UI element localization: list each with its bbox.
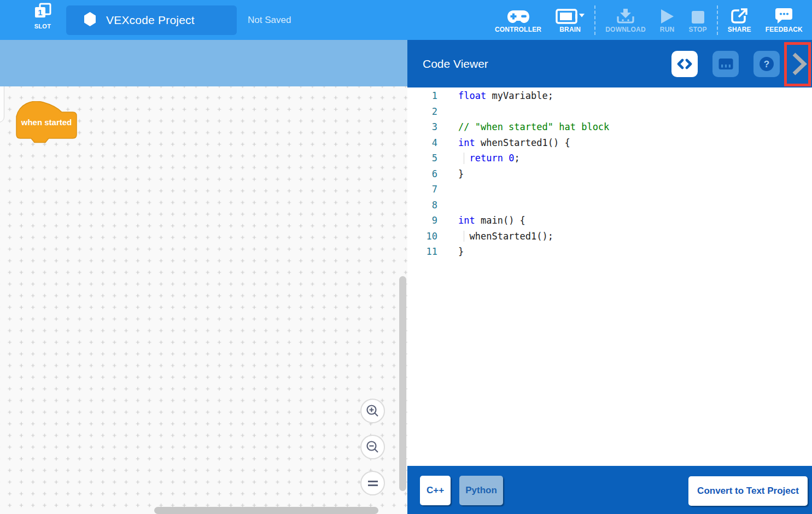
blocks-canvas[interactable]: when started: [0, 86, 407, 514]
zoom-out-button[interactable]: [360, 435, 385, 459]
code-line: 7: [407, 182, 812, 197]
collapse-panel-button[interactable]: [791, 52, 808, 76]
convert-to-text-project-button[interactable]: Convert to Text Project: [688, 476, 808, 506]
line-number: 2: [407, 104, 437, 120]
feedback-icon: [775, 7, 793, 24]
stop-button[interactable]: STOP: [681, 7, 714, 33]
code-text: float myVariable;: [458, 88, 553, 104]
code-line: 9int main() {: [407, 213, 812, 229]
project-name-button[interactable]: VEXcode Project: [66, 5, 237, 35]
line-number: 10: [407, 229, 437, 244]
python-tab[interactable]: Python: [459, 476, 503, 505]
controller-button[interactable]: CONTROLLER: [488, 7, 548, 33]
controller-label: CONTROLLER: [495, 26, 541, 33]
app-header: 1 SLOT VEXcode Project Not Saved CONTROL…: [0, 0, 812, 40]
share-label: SHARE: [728, 26, 751, 33]
code-line: 10 whenStarted1();: [407, 229, 812, 244]
run-label: RUN: [660, 26, 675, 33]
code-line: 11}: [407, 244, 812, 260]
line-number: 11: [407, 244, 437, 260]
chevron-right-icon: [792, 52, 807, 75]
when-started-block[interactable]: when started: [15, 101, 78, 145]
code-editor[interactable]: 1float myVariable;23// "when started" ha…: [407, 87, 812, 466]
slot-icon: 1: [33, 3, 52, 22]
slot-label: SLOT: [34, 23, 51, 30]
help-button[interactable]: ?: [753, 51, 780, 77]
toolbar-separator: [594, 5, 595, 35]
code-viewer-panel: Code Viewer ?: [407, 40, 812, 514]
code-view-toggle-button[interactable]: [671, 51, 698, 77]
zoom-in-icon: [366, 404, 380, 418]
code-text: whenStarted1();: [458, 229, 553, 244]
controller-icon: [507, 7, 529, 24]
save-status: Not Saved: [248, 0, 291, 40]
code-line: 1float myVariable;: [407, 88, 812, 104]
code-viewer-header: Code Viewer ?: [407, 40, 812, 87]
line-number: 4: [407, 135, 437, 151]
download-icon: [616, 7, 635, 24]
feedback-button[interactable]: FEEDBACK: [758, 7, 810, 33]
code-text: return 0;: [458, 150, 520, 166]
code-icon: [677, 57, 692, 71]
dot-grid: [0, 86, 407, 514]
code-line: 2: [407, 104, 812, 120]
line-number: 6: [407, 166, 437, 182]
code-text: int main() {: [458, 213, 525, 229]
hat-block-label: when started: [15, 118, 78, 127]
brain-small-icon: [718, 58, 733, 70]
line-number: 9: [407, 213, 437, 229]
project-title: VEXcode Project: [106, 14, 195, 27]
brain-button[interactable]: BRAIN: [548, 7, 592, 33]
line-number: 7: [407, 182, 437, 197]
question-icon: ?: [759, 56, 774, 72]
horizontal-scrollbar[interactable]: [154, 507, 378, 514]
vertical-scrollbar[interactable]: [399, 276, 406, 491]
code-line: 6}: [407, 166, 812, 182]
code-line: 8: [407, 197, 812, 213]
reset-zoom-icon: [366, 478, 379, 488]
run-button[interactable]: RUN: [653, 7, 682, 33]
brain-icon: [556, 7, 585, 24]
code-viewer-title: Code Viewer: [423, 40, 488, 87]
code-lines: 1float myVariable;23// "when started" ha…: [407, 88, 812, 260]
zoom-out-icon: [366, 440, 380, 454]
code-text: int whenStarted1() {: [458, 135, 570, 151]
download-button[interactable]: DOWNLOAD: [598, 7, 653, 33]
hexagon-icon: [84, 12, 96, 28]
palette-edge: [0, 86, 4, 122]
line-number: 1: [407, 88, 437, 104]
reset-zoom-button[interactable]: [360, 471, 385, 495]
brain-label: BRAIN: [559, 26, 581, 33]
code-line: 3// "when started" hat block: [407, 119, 812, 135]
feedback-label: FEEDBACK: [766, 26, 803, 33]
run-icon: [660, 7, 674, 24]
code-line: 5 return 0;: [407, 150, 812, 166]
block-categories-strip: [0, 40, 407, 86]
brain-view-button[interactable]: [712, 51, 739, 77]
code-line: 4int whenStarted1() {: [407, 135, 812, 151]
code-text: }: [458, 244, 464, 260]
code-text: // "when started" hat block: [458, 119, 609, 135]
download-label: DOWNLOAD: [605, 26, 646, 33]
line-number: 8: [407, 197, 437, 213]
stop-icon: [691, 7, 705, 24]
svg-text:1: 1: [38, 8, 42, 17]
code-viewer-footer: C++ Python Convert to Text Project: [407, 466, 812, 514]
share-icon: [731, 7, 748, 24]
line-number: 5: [407, 150, 437, 166]
code-text: }: [458, 166, 464, 182]
share-button[interactable]: SHARE: [721, 7, 758, 33]
cpp-tab[interactable]: C++: [420, 476, 451, 505]
header-toolbar: CONTROLLER BRAIN: [488, 0, 810, 40]
line-number: 3: [407, 119, 437, 135]
zoom-in-button[interactable]: [360, 399, 385, 423]
slot-selector[interactable]: 1 SLOT: [28, 3, 57, 38]
stop-label: STOP: [688, 26, 706, 33]
svg-text:?: ?: [764, 59, 769, 69]
toolbar-separator: [717, 5, 718, 35]
